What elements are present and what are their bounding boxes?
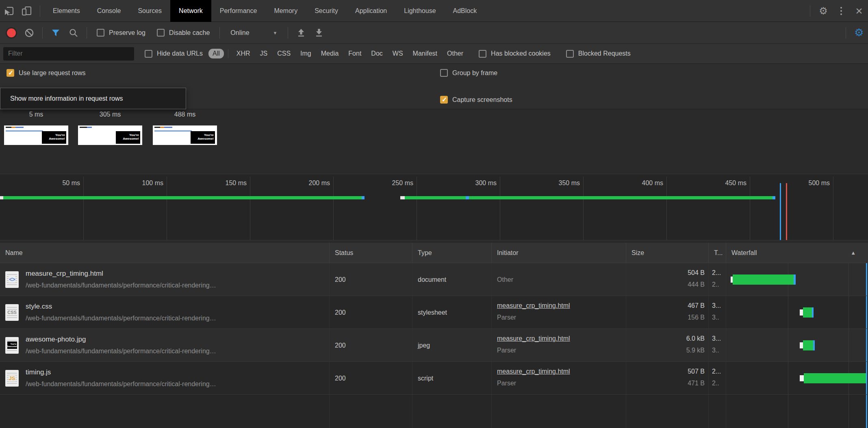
filter-type-other[interactable]: Other	[443, 49, 467, 58]
overview-gridline	[333, 177, 334, 240]
checkbox-checked[interactable]	[7, 69, 14, 77]
checkbox-unchecked[interactable]	[145, 50, 152, 58]
checkbox-unchecked[interactable]	[566, 50, 574, 58]
dcl-event-line	[866, 395, 867, 428]
filmstrip-frame[interactable]: 488 ms You're Awesome!	[153, 111, 217, 145]
initiator-link[interactable]: measure_crp_timing.html	[497, 335, 626, 342]
type-cell: stylesheet	[412, 296, 492, 329]
column-header-name[interactable]: Name	[0, 243, 330, 263]
settings-gear-icon[interactable]: ⚙	[814, 2, 832, 20]
column-header-time[interactable]: T...	[709, 243, 726, 263]
filter-type-doc[interactable]: Doc	[367, 49, 386, 58]
request-end-cap	[794, 275, 796, 285]
blocked-requests-checkbox[interactable]: Blocked Requests	[566, 50, 631, 58]
filter-funnel-icon[interactable]	[47, 24, 65, 42]
page-screenshot-thumbnail[interactable]: You're Awesome!	[153, 125, 217, 145]
initiator-cell: measure_crp_timing.html Parser	[492, 296, 626, 329]
export-har-icon[interactable]	[310, 24, 328, 42]
tab-security[interactable]: Security	[306, 0, 347, 22]
use-large-request-rows-checkbox[interactable]: Use large request rows	[7, 69, 86, 77]
capture-screenshots-checkbox[interactable]: Capture screenshots	[440, 96, 512, 104]
type-cell: document	[412, 263, 492, 296]
tab-elements[interactable]: Elements	[44, 0, 89, 22]
request-end-cap	[866, 373, 867, 383]
tab-adblock[interactable]: AdBlock	[445, 0, 486, 22]
dcl-event-line	[866, 329, 867, 361]
overview-tick-label: 300 ms	[459, 179, 497, 187]
network-settings-gear-icon[interactable]: ⚙	[850, 24, 868, 42]
clear-icon[interactable]	[20, 24, 38, 42]
waterfall-cell[interactable]	[726, 263, 868, 296]
sort-ascending-icon: ▲	[851, 243, 856, 263]
filter-type-media[interactable]: Media	[317, 49, 343, 58]
disable-cache-label: Disable cache	[169, 29, 210, 37]
disable-cache-checkbox[interactable]: Disable cache	[157, 29, 210, 37]
import-har-icon[interactable]	[292, 24, 310, 42]
filter-type-css[interactable]: CSS	[273, 49, 295, 58]
filter-type-img[interactable]: Img	[296, 49, 315, 58]
tab-application[interactable]: Application	[347, 0, 395, 22]
checkbox-unchecked[interactable]	[440, 69, 448, 77]
time-cell: 2... 2..	[709, 263, 726, 296]
filmstrip-frame[interactable]: 305 ms You're Awesome!	[78, 111, 142, 145]
request-row-measure-crp-timing-html[interactable]: <> measure_crp_timing.html /web-fundamen…	[0, 263, 868, 296]
request-row-awesome-photo-jpg[interactable]: You're Awesome! awesome-photo.jpg /web-f…	[0, 329, 868, 362]
waterfall-cell[interactable]	[726, 329, 868, 361]
waterfall-cell[interactable]	[726, 362, 868, 394]
tab-network[interactable]: Network	[170, 0, 211, 22]
tab-console[interactable]: Console	[89, 0, 130, 22]
toggle-device-toolbar-icon[interactable]	[18, 2, 36, 20]
request-timing-bar[interactable]	[804, 373, 866, 383]
filmstrip-frame[interactable]: 5 ms You're Awesome!	[4, 111, 68, 145]
filter-type-ws[interactable]: WS	[388, 49, 407, 58]
overview-tick-label: 400 ms	[626, 179, 663, 187]
column-header-type[interactable]: Type	[412, 243, 492, 263]
checkbox-checked[interactable]	[440, 96, 448, 104]
initiator-link[interactable]: measure_crp_timing.html	[497, 302, 626, 309]
page-screenshot-thumbnail[interactable]: You're Awesome!	[78, 125, 142, 145]
waterfall-gridline	[788, 329, 788, 361]
initiator-link[interactable]: measure_crp_timing.html	[497, 368, 626, 375]
overview-request-end-cap	[773, 196, 775, 199]
group-by-frame-checkbox[interactable]: Group by frame	[440, 69, 497, 77]
throttling-dropdown[interactable]: Online ▼	[224, 29, 284, 37]
request-waiting-segment	[800, 309, 803, 316]
column-header-waterfall[interactable]: Waterfall ▲	[726, 243, 868, 263]
tab-memory[interactable]: Memory	[265, 0, 306, 22]
close-icon[interactable]: ×	[850, 2, 868, 20]
network-overview-timeline[interactable]: 50 ms100 ms150 ms200 ms250 ms300 ms350 m…	[0, 174, 868, 240]
page-screenshot-thumbnail[interactable]: You're Awesome!	[4, 125, 68, 145]
hide-data-urls-checkbox[interactable]: Hide data URLs	[145, 50, 203, 58]
checkbox-unchecked[interactable]	[97, 29, 104, 37]
column-header-size[interactable]: Size	[626, 243, 709, 263]
checkbox-unchecked[interactable]	[157, 29, 165, 37]
capture-screenshots-label: Capture screenshots	[452, 96, 512, 104]
request-timing-bar[interactable]	[733, 275, 794, 285]
tab-lighthouse[interactable]: Lighthouse	[395, 0, 444, 22]
html-file-icon: <>	[5, 271, 19, 288]
inspect-element-icon[interactable]	[0, 2, 18, 20]
more-options-icon[interactable]	[832, 2, 850, 20]
filter-type-all[interactable]: All	[208, 49, 224, 58]
request-timing-bar[interactable]	[803, 340, 813, 350]
column-header-status[interactable]: Status	[330, 243, 412, 263]
request-row-style-css[interactable]: CSS style.css /web-fundamentals/fundamen…	[0, 296, 868, 329]
request-row-timing-js[interactable]: JS timing.js /web-fundamentals/fundament…	[0, 362, 868, 395]
tab-sources[interactable]: Sources	[129, 0, 170, 22]
filter-type-js[interactable]: JS	[256, 49, 272, 58]
request-timing-bar[interactable]	[803, 307, 812, 318]
filter-type-xhr[interactable]: XHR	[232, 49, 254, 58]
has-blocked-cookies-checkbox[interactable]: Has blocked cookies	[479, 50, 551, 58]
preserve-log-checkbox[interactable]: Preserve log	[97, 29, 145, 37]
separator	[87, 27, 87, 39]
filter-input[interactable]	[3, 47, 134, 61]
checkbox-unchecked[interactable]	[479, 50, 486, 58]
overview-tick-label: 150 ms	[209, 179, 247, 187]
record-network-log-button[interactable]	[2, 24, 20, 42]
column-header-initiator[interactable]: Initiator	[492, 243, 626, 263]
filter-type-manifest[interactable]: Manifest	[409, 49, 441, 58]
search-icon[interactable]	[65, 24, 82, 42]
tab-performance[interactable]: Performance	[211, 0, 266, 22]
filter-type-font[interactable]: Font	[344, 49, 365, 58]
waterfall-cell[interactable]	[726, 296, 868, 329]
